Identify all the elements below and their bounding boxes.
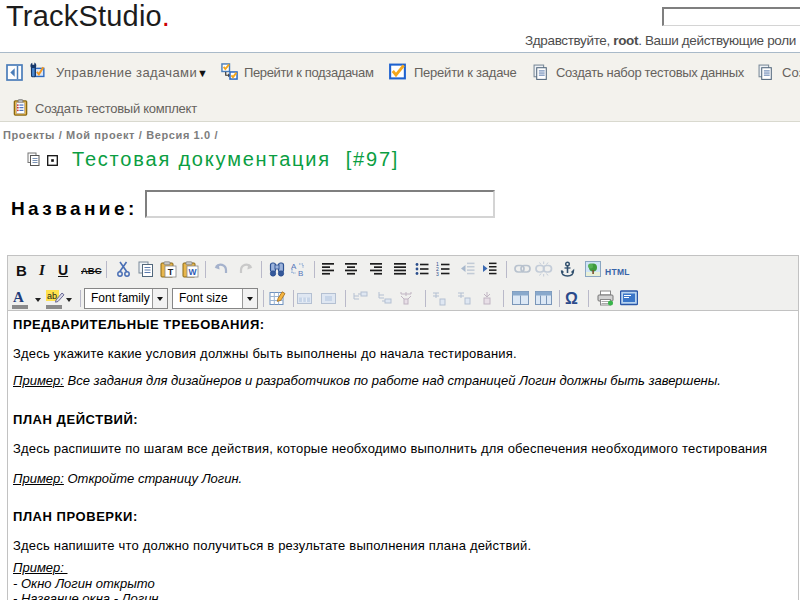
svg-text:W: W	[188, 267, 197, 277]
svg-text:3: 3	[436, 271, 439, 276]
svg-text:B: B	[298, 269, 303, 277]
svg-text:T: T	[168, 267, 174, 277]
svg-text:ab: ab	[47, 291, 57, 301]
